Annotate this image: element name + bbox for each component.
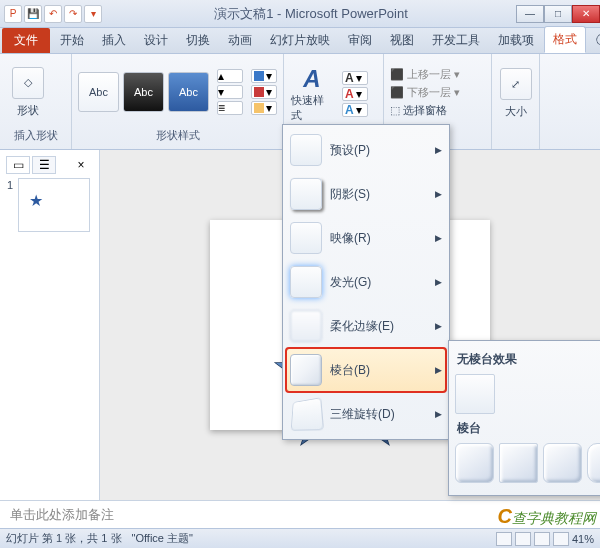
group-label-size [498,129,533,145]
menu-soft-edges[interactable]: 柔化边缘(E) ▶ [286,304,446,348]
tab-slideshow[interactable]: 幻灯片放映 [262,28,338,53]
size-icon: ⤢ [500,68,532,100]
shape-effects-button[interactable]: ▾ [251,101,277,115]
bevel-none-header: 无棱台效果 [457,351,600,368]
preset-thumb-icon [290,134,322,166]
bring-forward-icon: ⬛ [390,68,404,81]
menu-preset[interactable]: 预设(P) ▶ [286,128,446,172]
submenu-arrow-icon: ▶ [435,233,442,243]
bevel-option-4[interactable] [587,443,600,483]
thumb-number: 1 [7,179,13,191]
menu-glow[interactable]: 发光(G) ▶ [286,260,446,304]
style-options: ▾ ▾ ▾ [251,69,277,115]
shadow-thumb-icon [290,178,322,210]
group-shape-styles: Abc Abc Abc ▴ ▾ ≡ ▾ ▾ ▾ 形状样式 [72,54,284,149]
quick-styles-icon: A [303,65,320,93]
menu-3d-rotation[interactable]: 三维旋转(D) ▶ [286,392,446,436]
fill-swatch [254,71,264,81]
text-style-options: A▾ A▾ A▾ [342,71,368,117]
tab-view[interactable]: 视图 [382,28,422,53]
qat-dropdown-icon[interactable]: ▾ [84,5,102,23]
style-preset-3[interactable]: Abc [168,72,209,112]
text-outline-button[interactable]: A▾ [342,87,368,101]
tab-file[interactable]: 文件 [2,28,50,53]
soft-edges-thumb-icon [290,310,322,342]
submenu-arrow-icon: ▶ [435,277,442,287]
submenu-arrow-icon: ▶ [435,365,442,375]
close-button[interactable]: ✕ [572,5,600,23]
group-size: ⤢ 大小 [492,54,540,149]
bevel-option-2[interactable] [499,443,538,483]
panel-tabs: ▭ ☰ × [6,156,93,174]
menu-reflection[interactable]: 映像(R) ▶ [286,216,446,260]
menu-shadow[interactable]: 阴影(S) ▶ [286,172,446,216]
gallery-more-icon[interactable]: ≡ [217,101,243,115]
bevel-none-option[interactable] [455,374,495,414]
tab-developer[interactable]: 开发工具 [424,28,488,53]
rotation-thumb-icon [291,397,324,430]
titlebar: P 💾 ↶ ↷ ▾ 演示文稿1 - Microsoft PowerPoint —… [0,0,600,28]
maximize-button[interactable]: □ [544,5,572,23]
notes-pane[interactable]: 单击此处添加备注 [0,500,600,528]
style-preset-2[interactable]: Abc [123,72,164,112]
reading-view-button[interactable] [534,532,550,546]
panel-close-icon[interactable]: × [69,156,93,174]
shapes-button[interactable]: ◇ 形状 [6,62,50,122]
tab-insert[interactable]: 插入 [94,28,134,53]
send-backward-button[interactable]: ⬛下移一层 ▾ [390,85,460,100]
send-backward-icon: ⬛ [390,86,404,99]
sorter-view-button[interactable] [515,532,531,546]
effects-swatch [254,103,264,113]
app-icon[interactable]: P [4,5,22,23]
text-fill-button[interactable]: A▾ [342,71,368,85]
help-icon[interactable]: ⓘ [588,28,600,53]
window-buttons: — □ ✕ [516,5,600,23]
bevel-option-1[interactable] [455,443,494,483]
selection-pane-icon: ⬚ [390,104,400,117]
submenu-arrow-icon: ▶ [435,189,442,199]
status-theme: "Office 主题" [132,531,193,546]
normal-view-button[interactable] [496,532,512,546]
shape-fill-button[interactable]: ▾ [251,69,277,83]
submenu-arrow-icon: ▶ [435,409,442,419]
tab-design[interactable]: 设计 [136,28,176,53]
thumb-star-icon: ★ [29,191,43,210]
outline-tab[interactable]: ☰ [32,156,56,174]
status-slide: 幻灯片 第 1 张，共 1 张 [6,531,122,546]
tab-home[interactable]: 开始 [52,28,92,53]
gallery-up-icon[interactable]: ▴ [217,69,243,83]
tab-animations[interactable]: 动画 [220,28,260,53]
menu-bevel[interactable]: 棱台(B) ▶ [286,348,446,392]
size-button[interactable]: ⤢ 大小 [498,64,533,124]
bevel-option-3[interactable] [543,443,582,483]
redo-icon[interactable]: ↷ [64,5,82,23]
group-label-insert-shapes: 插入形状 [6,126,65,145]
shapes-label: 形状 [17,103,39,118]
tab-addins[interactable]: 加载项 [490,28,542,53]
tab-transitions[interactable]: 切换 [178,28,218,53]
save-icon[interactable]: 💾 [24,5,42,23]
group-label-shape-styles: 形状样式 [78,126,277,145]
bring-forward-button[interactable]: ⬛上移一层 ▾ [390,67,460,82]
style-preset-1[interactable]: Abc [78,72,119,112]
size-label: 大小 [505,104,527,119]
selection-pane-button[interactable]: ⬚选择窗格 [390,103,460,118]
minimize-button[interactable]: — [516,5,544,23]
tab-review[interactable]: 审阅 [340,28,380,53]
style-gallery-arrows: ▴ ▾ ≡ [217,69,243,115]
text-effects-button[interactable]: A▾ [342,103,368,117]
gallery-down-icon[interactable]: ▾ [217,85,243,99]
glow-thumb-icon [290,266,322,298]
slideshow-view-button[interactable] [553,532,569,546]
notes-placeholder: 单击此处添加备注 [10,507,114,522]
slides-tab[interactable]: ▭ [6,156,30,174]
status-bar: 幻灯片 第 1 张，共 1 张 "Office 主题" 41% [0,528,600,548]
shape-outline-button[interactable]: ▾ [251,85,277,99]
quick-styles-button[interactable]: A 快速样式 [290,64,334,124]
bevel-submenu: 无棱台效果 棱台 [448,340,600,496]
undo-icon[interactable]: ↶ [44,5,62,23]
slide-thumbnail[interactable]: 1 ★ [18,178,90,232]
quick-access-toolbar: P 💾 ↶ ↷ ▾ [0,5,106,23]
tab-format[interactable]: 格式 [544,26,586,53]
zoom-level[interactable]: 41% [572,533,594,545]
